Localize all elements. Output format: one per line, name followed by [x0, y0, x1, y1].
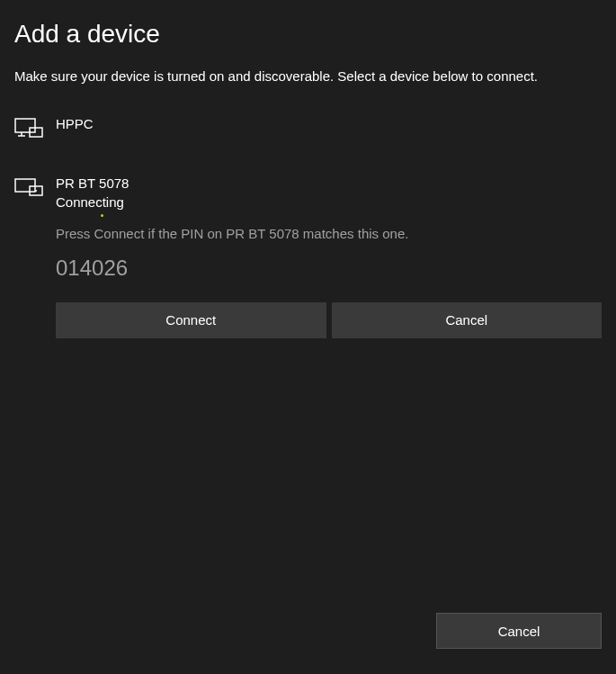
svg-rect-0	[15, 119, 35, 132]
device-list: HPPC PR BT 5078 Connecting Press Connect…	[14, 116, 602, 614]
device-status: Connecting	[56, 194, 602, 210]
device-item-prbt[interactable]: PR BT 5078 Connecting Press Connect if t…	[14, 175, 602, 338]
cancel-button[interactable]: Cancel	[436, 613, 602, 649]
dialog-title: Add a device	[14, 20, 602, 49]
device-content: PR BT 5078 Connecting Press Connect if t…	[56, 175, 602, 338]
cancel-pairing-button[interactable]: Cancel	[332, 302, 603, 338]
device-name: HPPC	[56, 116, 602, 131]
pairing-hint: Press Connect if the PIN on PR BT 5078 m…	[56, 226, 602, 241]
device-item-hppc[interactable]: HPPC	[14, 116, 602, 139]
svg-rect-4	[15, 179, 35, 192]
connect-button[interactable]: Connect	[56, 302, 326, 338]
add-device-dialog: Add a device Make sure your device is tu…	[0, 0, 616, 674]
device-name: PR BT 5078	[56, 175, 602, 191]
pairing-pin: 014026	[56, 256, 602, 281]
dialog-subtitle: Make sure your device is turned on and d…	[14, 67, 602, 87]
display-device-icon	[14, 177, 43, 199]
dialog-footer: Cancel	[14, 613, 602, 660]
status-text: Connecting	[56, 194, 124, 210]
device-content: HPPC	[56, 116, 602, 131]
svg-point-6	[35, 190, 37, 192]
pairing-buttons: Connect Cancel	[56, 302, 602, 338]
monitor-pc-icon	[14, 118, 43, 139]
progress-dot-icon	[101, 214, 103, 217]
